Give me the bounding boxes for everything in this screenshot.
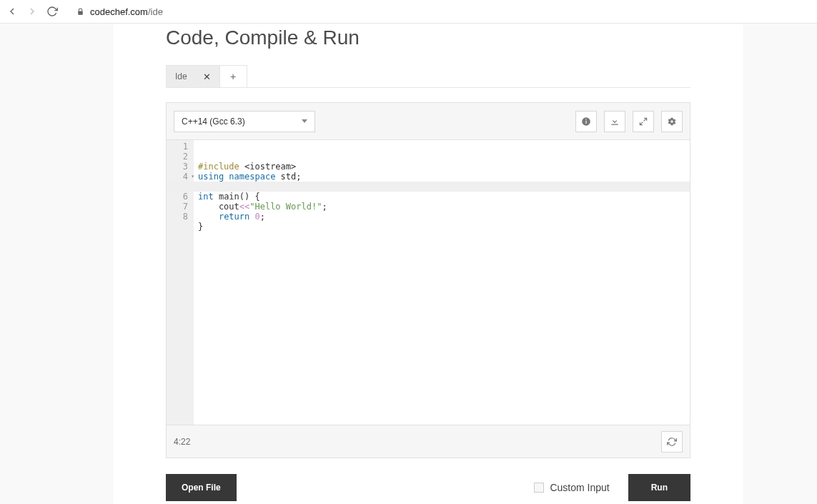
- code-editor[interactable]: 1 2 3 4 5 6 7 8 #include <iostream> usin…: [167, 140, 690, 425]
- custom-input-checkbox[interactable]: Custom Input: [534, 482, 609, 493]
- svg-rect-1: [585, 120, 586, 123]
- run-button[interactable]: Run: [628, 474, 690, 501]
- bottom-actions: Open File Custom Input Run: [166, 474, 690, 501]
- custom-input-label: Custom Input: [550, 482, 609, 493]
- svg-rect-2: [585, 119, 586, 119]
- file-tab-ide[interactable]: Ide ✕: [166, 65, 220, 87]
- checkbox-icon: [534, 483, 544, 493]
- url-domain: codechef.com/ide: [90, 6, 163, 17]
- page-title: Code, Compile & Run: [166, 24, 690, 65]
- plus-icon: +: [230, 71, 236, 82]
- browser-reload-button[interactable]: [46, 5, 59, 18]
- cursor-position: 4:22: [174, 437, 190, 447]
- ide-toolbar: C++14 (Gcc 6.3): [167, 103, 690, 140]
- browser-forward-button[interactable]: [26, 5, 39, 18]
- content-panel: Code, Compile & Run Ide ✕ + C++14 (Gcc 6…: [113, 24, 743, 504]
- language-dropdown[interactable]: C++14 (Gcc 6.3): [174, 111, 315, 132]
- reset-button[interactable]: [661, 431, 683, 453]
- browser-back-button[interactable]: [6, 5, 19, 18]
- info-button[interactable]: [575, 111, 597, 132]
- ide-status-bar: 4:22: [167, 425, 690, 458]
- file-tabs: Ide ✕ +: [166, 65, 690, 88]
- file-tab-label: Ide: [175, 71, 187, 81]
- language-dropdown-label: C++14 (Gcc 6.3): [182, 117, 245, 127]
- browser-address-bar: codechef.com/ide: [0, 0, 817, 24]
- settings-button[interactable]: [661, 111, 683, 132]
- open-file-button[interactable]: Open File: [166, 474, 237, 501]
- ide-container: C++14 (Gcc 6.3): [166, 102, 690, 458]
- lock-icon: [76, 7, 84, 16]
- browser-address-input[interactable]: codechef.com/ide: [66, 1, 811, 21]
- chevron-down-icon: [302, 119, 307, 123]
- ide-action-buttons: [575, 111, 683, 132]
- code-body[interactable]: #include <iostream> using namespace std;…: [194, 140, 690, 425]
- download-button[interactable]: [604, 111, 625, 132]
- close-icon[interactable]: ✕: [203, 71, 211, 82]
- page-body: Code, Compile & Run Ide ✕ + C++14 (Gcc 6…: [0, 24, 817, 504]
- fullscreen-button[interactable]: [633, 111, 654, 132]
- add-tab-button[interactable]: +: [220, 65, 247, 87]
